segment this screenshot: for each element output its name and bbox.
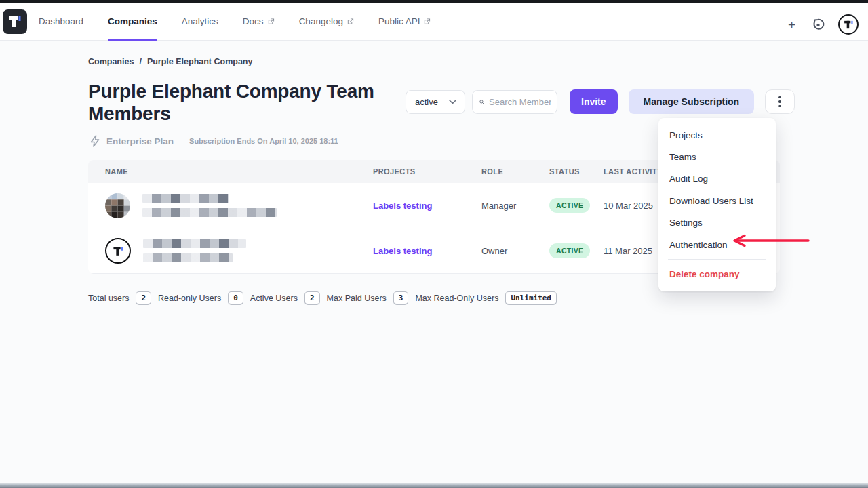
t-logo-icon	[7, 14, 23, 30]
invite-button[interactable]: Invite	[570, 89, 618, 114]
menu-item-authentication[interactable]: Authentication	[658, 234, 776, 256]
breadcrumb-current-company[interactable]: Purple Elephant Company	[147, 57, 253, 66]
nav-item-public-api[interactable]: Public API	[378, 3, 448, 41]
external-link-icon	[267, 18, 275, 25]
menu-divider	[668, 259, 766, 260]
external-link-icon	[347, 18, 354, 25]
stat-value: 2	[304, 291, 320, 305]
search-icon	[479, 97, 484, 107]
stat-label: Read-only Users	[158, 293, 221, 303]
stat-value: Unlimited	[505, 291, 557, 305]
search-lens-icon[interactable]	[812, 18, 825, 31]
menu-item-download-users-list[interactable]: Download Users List	[658, 190, 776, 211]
plan-name: Enterprise Plan	[106, 136, 174, 146]
plan-row: Enterprise Plan Subscription Ends On Apr…	[90, 135, 338, 147]
stat-label: Max Read-Only Users	[415, 293, 498, 303]
menu-item-delete-company[interactable]: Delete company	[658, 263, 776, 285]
stat-label: Max Paid Users	[327, 293, 387, 303]
menu-item-audit-log[interactable]: Audit Log	[658, 168, 776, 190]
project-link[interactable]: Labels testing	[373, 246, 432, 256]
redacted-name-email	[142, 194, 277, 217]
navbar-right-actions: +	[785, 5, 859, 43]
breadcrumb: Companies / Purple Elephant Company	[88, 57, 252, 66]
avatar	[105, 193, 130, 218]
kebab-icon	[778, 96, 781, 99]
members-toolbar: active Invite Manage Subscription	[406, 89, 795, 114]
external-link-icon	[423, 18, 431, 25]
col-name: NAME	[88, 167, 356, 176]
user-stats-row: Total users2 Read-only Users0 Active Use…	[88, 291, 557, 305]
menu-item-projects[interactable]: Projects	[658, 124, 776, 146]
brand-logo[interactable]	[3, 9, 27, 34]
status-filter-select[interactable]: active	[406, 90, 465, 114]
breadcrumb-companies[interactable]: Companies	[88, 57, 134, 66]
col-role: ROLE	[465, 167, 532, 176]
stat-label: Active Users	[250, 293, 298, 303]
app-window: Dashboard Companies Analytics Docs Chang…	[0, 0, 868, 488]
status-badge: ACTIVE	[549, 243, 590, 258]
stat-value: 0	[228, 291, 243, 305]
search-members-box	[472, 90, 557, 114]
avatar	[105, 238, 131, 264]
nav-item-changelog[interactable]: Changelog	[299, 3, 370, 41]
role-value: Manager	[481, 201, 516, 211]
project-link[interactable]: Labels testing	[373, 201, 432, 211]
lightning-icon	[90, 135, 100, 147]
t-logo-icon	[112, 245, 125, 258]
col-status: STATUS	[532, 167, 587, 176]
user-avatar[interactable]	[838, 14, 859, 35]
primary-nav: Dashboard Companies Analytics Docs Chang…	[39, 3, 455, 41]
stat-value: 2	[136, 291, 151, 305]
nav-item-docs[interactable]: Docs	[243, 3, 291, 41]
stat-value: 3	[393, 291, 409, 305]
stat-label: Total users	[88, 293, 129, 303]
top-navbar: Dashboard Companies Analytics Docs Chang…	[0, 3, 868, 41]
company-actions-menu: Projects Teams Audit Log Download Users …	[658, 118, 776, 291]
add-button[interactable]: +	[785, 16, 798, 34]
col-projects: PROJECTS	[356, 167, 465, 176]
manage-subscription-button[interactable]: Manage Subscription	[629, 89, 755, 114]
status-filter-value: active	[415, 97, 438, 107]
nav-item-analytics[interactable]: Analytics	[182, 3, 235, 41]
menu-item-settings[interactable]: Settings	[658, 212, 776, 234]
last-activity-value: 11 Mar 2025	[604, 246, 652, 256]
nav-item-companies[interactable]: Companies	[108, 3, 174, 41]
more-actions-button[interactable]	[765, 89, 795, 114]
role-value: Owner	[481, 246, 507, 256]
menu-item-teams[interactable]: Teams	[658, 146, 776, 167]
breadcrumb-separator: /	[139, 57, 141, 66]
window-bottom-edge	[0, 483, 868, 488]
status-badge: ACTIVE	[549, 198, 590, 213]
redacted-name-email	[143, 239, 246, 262]
t-logo-icon	[843, 19, 854, 30]
search-members-input[interactable]	[489, 97, 551, 107]
nav-item-dashboard[interactable]: Dashboard	[39, 3, 100, 41]
chevron-down-icon	[449, 100, 456, 104]
subscription-ends-note: Subscription Ends On April 10, 2025 18:1…	[189, 137, 338, 145]
last-activity-value: 10 Mar 2025	[604, 201, 653, 211]
